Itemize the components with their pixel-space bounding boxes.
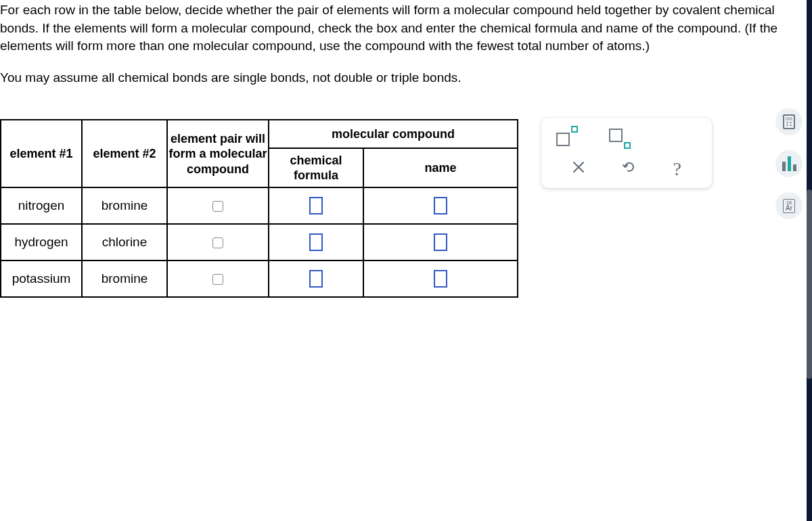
- undo-button[interactable]: [622, 160, 637, 179]
- bar-chart-icon: [782, 156, 796, 171]
- superscript-button[interactable]: [556, 129, 577, 146]
- cell-element-2: bromine: [82, 187, 167, 224]
- calculator-icon: [783, 114, 795, 129]
- header-chemical-formula: chemical formula: [269, 148, 363, 187]
- checkbox-forms-compound[interactable]: [212, 274, 223, 285]
- statistics-button[interactable]: [775, 150, 803, 177]
- input-chemical-formula[interactable]: [309, 197, 323, 214]
- input-chemical-formula[interactable]: [309, 270, 323, 288]
- element-tile-icon: 18 Ar: [783, 199, 795, 213]
- vertical-scrollbar-thumb[interactable]: [807, 189, 812, 379]
- header-element-1: element #1: [1, 120, 82, 187]
- header-pair-will-form: element pair will form a molecular compo…: [167, 120, 269, 187]
- table-row: hydrogen chlorine: [1, 224, 518, 260]
- input-compound-name[interactable]: [434, 197, 447, 214]
- input-compound-name[interactable]: [434, 233, 447, 251]
- table-row: nitrogen bromine: [1, 187, 518, 224]
- answer-toolbar: ?: [541, 118, 712, 188]
- cell-element-1: potassium: [1, 260, 82, 297]
- header-element-2: element #2: [82, 120, 167, 187]
- help-button[interactable]: ?: [673, 158, 681, 180]
- elements-table: element #1 element #2 element pair will …: [0, 119, 518, 298]
- cell-element-2: chlorine: [82, 224, 167, 260]
- header-molecular-compound: molecular compound: [269, 120, 518, 148]
- table-row: potassium bromine: [1, 260, 518, 297]
- cell-element-1: hydrogen: [1, 224, 82, 260]
- input-compound-name[interactable]: [434, 270, 447, 288]
- checkbox-forms-compound[interactable]: [212, 237, 223, 248]
- subscript-button[interactable]: [609, 129, 629, 146]
- clear-button[interactable]: [572, 160, 585, 178]
- periodic-table-button[interactable]: 18 Ar: [775, 192, 803, 219]
- instructions-paragraph-1: For each row in the table below, decide …: [0, 0, 812, 55]
- cell-element-1: nitrogen: [1, 187, 82, 224]
- calculator-button[interactable]: [775, 108, 803, 135]
- header-name: name: [363, 148, 518, 187]
- side-tools: 18 Ar: [775, 108, 803, 219]
- instructions-paragraph-2: You may assume all chemical bonds are si…: [0, 68, 812, 87]
- input-chemical-formula[interactable]: [309, 233, 323, 251]
- checkbox-forms-compound[interactable]: [212, 201, 223, 212]
- cell-element-2: bromine: [82, 260, 167, 297]
